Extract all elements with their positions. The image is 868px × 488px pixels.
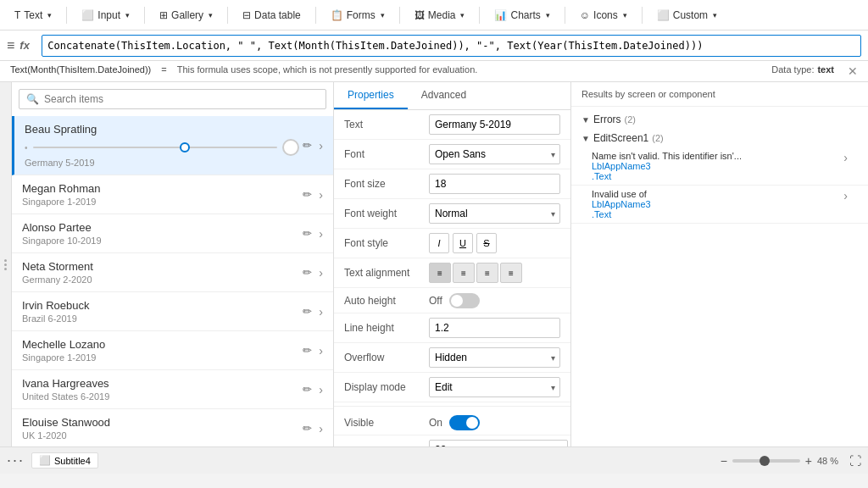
list-item-sub: Singapore 10-2019	[22, 236, 299, 246]
list-item[interactable]: Neta Storment Germany 2-2020 ✏ ›	[12, 253, 333, 292]
bottom-tab-subtitle4[interactable]: ⬜ Subtitle4	[31, 452, 98, 469]
tab-label: Subtitle4	[54, 456, 91, 466]
prop-font-weight: Font weight Normal Bold	[334, 199, 570, 229]
align-right-button[interactable]: ≡	[476, 263, 498, 283]
prop-select-displaymode[interactable]: Edit View	[429, 377, 560, 397]
auto-height-toggle[interactable]	[449, 293, 480, 308]
prop-select-overflow[interactable]: Hidden Scroll	[429, 347, 560, 368]
toolbar: T Text ▾ ⬜ Input ▾ ⊞ Gallery ▾ ⊟ Data ta…	[0, 0, 868, 30]
edit-icon[interactable]: ✏	[299, 137, 315, 153]
errors-chevron-icon: ▼	[581, 115, 590, 125]
tab-properties[interactable]: Properties	[334, 82, 408, 109]
prop-input-text[interactable]	[429, 114, 560, 135]
list-item-name: Megan Rohman	[22, 182, 299, 195]
toolbar-item-input[interactable]: ⬜ Input ▾	[74, 5, 137, 25]
search-input[interactable]	[44, 93, 319, 105]
formula-input[interactable]	[42, 35, 861, 57]
results-item-chevron-2[interactable]: ›	[843, 189, 848, 202]
list-item-name: Ivana Hargreaves	[22, 377, 299, 390]
zoom-slider[interactable]	[732, 459, 800, 463]
hamburger-icon[interactable]: ≡	[7, 38, 14, 53]
editscreen-group-count: (2)	[652, 133, 663, 143]
results-item[interactable]: Name isn't valid. This identifier isn'..…	[571, 147, 868, 186]
fullscreen-button[interactable]: ⛶	[849, 454, 861, 468]
list-item-name: Alonso Partee	[22, 221, 299, 234]
editscreen-group-header[interactable]: ▼ EditScreen1 (2)	[571, 129, 868, 147]
prop-select-font[interactable]: Open Sans	[429, 144, 560, 164]
toolbar-item-charts[interactable]: 📊 Charts ▾	[487, 5, 557, 25]
prop-select-fontweight[interactable]: Normal Bold	[429, 203, 560, 224]
prop-input-lineheight[interactable]	[429, 318, 560, 338]
results-item-main-2: Invalid use of	[592, 189, 843, 199]
errors-group-header[interactable]: ▼ Errors (2)	[571, 110, 868, 129]
toolbar-item-forms[interactable]: 📋 Forms ▾	[323, 5, 392, 25]
chevron-right-icon[interactable]: ›	[319, 422, 323, 435]
prop-font-style: Font style I U S	[334, 229, 570, 258]
position-x-input[interactable]	[429, 440, 568, 446]
zoom-plus-button[interactable]: +	[805, 454, 812, 468]
chevron-right-icon[interactable]: ›	[319, 266, 323, 280]
selected-slider: •	[25, 139, 299, 156]
align-center-button[interactable]: ≡	[453, 263, 475, 283]
list-item[interactable]: Mechelle Lozano Singapore 1-2019 ✏ ›	[12, 331, 333, 370]
list-item[interactable]: Alonso Partee Singapore 10-2019 ✏ ›	[12, 214, 333, 253]
toolbar-item-text[interactable]: T Text ▾	[7, 5, 59, 25]
chevron-right-icon[interactable]: ›	[319, 227, 323, 241]
chevron-right-icon[interactable]: ›	[319, 139, 323, 152]
zoom-minus-button[interactable]: −	[721, 454, 727, 468]
toggle-off-label: Off	[429, 295, 442, 307]
chevron-right-icon[interactable]: ›	[319, 305, 323, 319]
list-item[interactable]: Elouise Stanwood UK 1-2020 ✏ ›	[12, 409, 333, 446]
italic-button[interactable]: I	[429, 233, 449, 253]
prop-font: Font Open Sans	[334, 140, 570, 169]
list-item[interactable]: Ivana Hargreaves United States 6-2019 ✏ …	[12, 370, 333, 409]
strikethrough-button[interactable]: S	[476, 233, 497, 253]
list-item-sub: UK 1-2020	[22, 430, 299, 441]
prop-label-displaymode: Display mode	[344, 381, 429, 393]
toolbar-item-media[interactable]: 🖼 Media ▾	[407, 5, 473, 25]
results-item-chevron[interactable]: ›	[843, 151, 848, 164]
separator-7	[565, 7, 565, 24]
toggle-on-label: On	[429, 417, 442, 429]
edit-icon[interactable]: ✏	[299, 420, 315, 436]
edit-icon[interactable]: ✏	[299, 381, 315, 397]
bottom-dots[interactable]: ···	[7, 452, 25, 469]
prop-label-autoheight: Auto height	[344, 295, 429, 307]
list-item-name: Mechelle Lozano	[22, 338, 299, 351]
edit-icon[interactable]: ✏	[299, 303, 315, 319]
underline-button[interactable]: U	[453, 233, 473, 253]
toolbar-item-icons[interactable]: ☺ Icons ▾	[572, 5, 635, 25]
align-left-button[interactable]: ≡	[429, 263, 451, 283]
list-item[interactable]: Megan Rohman Singapore 1-2019 ✏ ›	[12, 175, 333, 214]
toolbar-item-datatable[interactable]: ⊟ Data table	[235, 5, 309, 25]
tab-advanced[interactable]: Advanced	[408, 82, 480, 109]
prop-display-mode: Display mode Edit View	[334, 373, 570, 402]
list-item[interactable]: Beau Spratling • Germany 5-2019 ✏ ›	[12, 116, 333, 175]
close-button[interactable]: ✕	[848, 64, 858, 78]
edit-icon[interactable]: ✏	[299, 342, 315, 358]
errors-group-count: (2)	[625, 114, 636, 125]
chevron-right-icon[interactable]: ›	[319, 383, 323, 396]
chevron-right-icon[interactable]: ›	[319, 344, 323, 358]
scope-label: Text(Month(ThisItem.DateJoined))	[10, 64, 151, 75]
toolbar-item-gallery[interactable]: ⊞ Gallery ▾	[152, 5, 220, 25]
edit-icon[interactable]: ✏	[299, 225, 315, 241]
errors-group-label: Errors	[593, 114, 621, 125]
align-justify-button[interactable]: ≡	[500, 263, 522, 283]
toolbar-item-custom[interactable]: ⬜ Custom ▾	[649, 5, 725, 25]
prop-label-text: Text	[344, 119, 429, 130]
results-item-main-1: Name isn't valid. This identifier isn'..…	[592, 151, 843, 161]
chevron-right-icon[interactable]: ›	[319, 188, 323, 202]
prop-input-fontsize[interactable]	[429, 174, 560, 194]
forms-icon: 📋	[331, 9, 343, 21]
results-item[interactable]: Invalid use of LblAppName3 .Text ›	[571, 186, 868, 224]
list-item[interactable]: Irvin Roebuck Brazil 6-2019 ✏ ›	[12, 292, 333, 331]
visible-toggle[interactable]	[449, 415, 480, 430]
edit-icon[interactable]: ✏	[299, 264, 315, 280]
side-handle[interactable]	[0, 82, 12, 446]
list-container: Beau Spratling • Germany 5-2019 ✏ ›	[12, 116, 333, 446]
list-item-sub: Brazil 6-2019	[22, 313, 299, 324]
tab-icon: ⬜	[39, 455, 51, 466]
edit-icon[interactable]: ✏	[299, 186, 315, 202]
main-content: 🔍 Beau Spratling • Germany 5-2019	[12, 82, 868, 446]
